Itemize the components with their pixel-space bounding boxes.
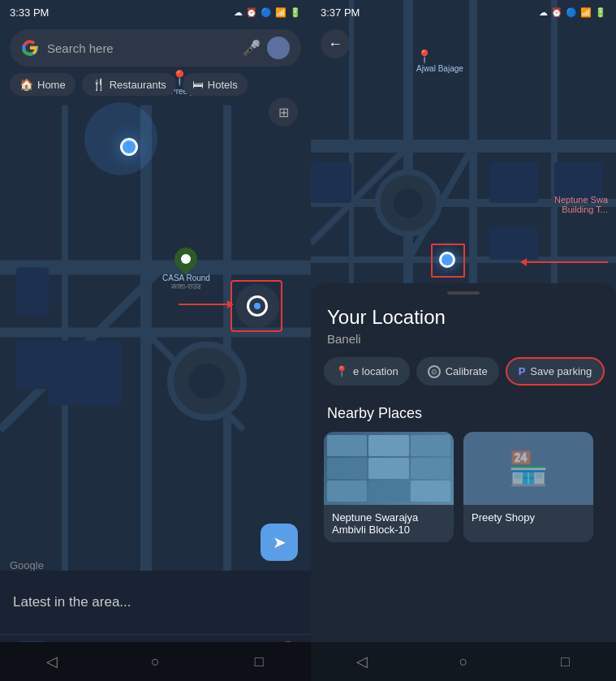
time-left: 3:33 PM <box>10 6 49 19</box>
nearby-places-title: Nearby Places <box>311 399 616 432</box>
hotels-chip-label: Hotels <box>208 79 238 91</box>
building-9 <box>411 481 450 502</box>
search-placeholder[interactable]: Search here <box>47 41 243 55</box>
building-2 <box>368 435 408 456</box>
casa-sub: काशा-राउंड <box>162 282 210 291</box>
hotels-chip[interactable]: 🛏 Hotels <box>183 73 248 96</box>
arrow-head-left <box>520 258 527 266</box>
cloud-icon-left: ☁ <box>234 7 243 18</box>
mic-icon[interactable]: 🎤 <box>243 39 261 57</box>
home-sys-btn-right[interactable]: ○ <box>447 645 480 678</box>
bottom-sheet: Your Location Baneli 📍 e location ⊙ Cali… <box>311 283 616 681</box>
google-logo <box>21 39 39 57</box>
wifi-icon: 📶 <box>275 7 286 18</box>
status-bar-left: 3:33 PM ☁ ⏰ 🔵 📶 🔋 <box>0 0 311 24</box>
location-pulse-left <box>84 102 157 175</box>
recents-sys-btn-right[interactable]: □ <box>549 645 581 678</box>
share-label: e location <box>353 365 398 377</box>
svg-rect-12 <box>16 341 49 390</box>
home-chip-icon: 🏠 <box>19 78 33 91</box>
arrow-head <box>227 300 234 308</box>
neptune-label: Neptune Swa Building T... <box>554 195 608 214</box>
recents-sys-btn-left[interactable]: □ <box>243 645 275 678</box>
battery-icon: 🔋 <box>290 7 301 18</box>
red-highlight-box-left <box>230 280 282 332</box>
parking-p-icon: P <box>519 365 526 377</box>
svg-rect-11 <box>16 268 49 317</box>
left-panel: 3:33 PM ☁ ⏰ 🔵 📶 🔋 Search here 🎤 🏠 Home 🍴 <box>0 0 311 681</box>
arrow-line-right <box>527 261 608 263</box>
casa-name: CASA Round <box>162 274 210 282</box>
preety-shopy-card[interactable]: 🏪 Preety Shopy <box>463 432 593 542</box>
layers-button[interactable]: ⊞ <box>269 97 298 127</box>
layers-icon: ⊞ <box>278 105 289 120</box>
back-sys-btn-right[interactable]: ◁ <box>346 645 378 678</box>
building-6 <box>411 458 450 479</box>
calibrate-icon: ⊙ <box>428 365 441 378</box>
calibrate-chip[interactable]: ⊙ Calibrate <box>416 357 499 386</box>
directions-button[interactable]: ➤ <box>261 524 298 561</box>
preety-card-name: Preety Shopy <box>463 505 593 530</box>
latest-area: Latest in the area... <box>0 571 311 634</box>
system-nav-left: ◁ ○ □ <box>0 642 311 681</box>
system-nav-right: ◁ ○ □ <box>311 642 616 681</box>
red-arrow-right <box>520 258 608 266</box>
home-chip[interactable]: 🏠 Home <box>10 73 75 96</box>
casa-label-left: CASA Round काशा-राउंड <box>162 248 210 291</box>
preety-card-image: 🏪 <box>463 432 593 505</box>
status-bar-right: 3:37 PM ☁ ⏰ 🔵 📶 🔋 <box>311 0 616 24</box>
building-3 <box>411 435 450 456</box>
battery-icon-right: 🔋 <box>595 7 606 18</box>
neptune-card-name: Neptune SwarajyaAmbivli Block-10 <box>324 505 454 542</box>
sheet-handle <box>447 291 480 295</box>
wifi-icon-right: 📶 <box>580 7 592 18</box>
building-1 <box>327 435 367 456</box>
building-4 <box>327 458 367 479</box>
right-panel: 3:37 PM ☁ ⏰ 🔵 📶 🔋 ← 📍 Ajwal Bajage Neptu… <box>311 0 616 681</box>
building-grid <box>324 432 454 505</box>
restaurants-chip-label: Restaurants <box>110 79 166 91</box>
svg-rect-10 <box>49 341 122 406</box>
action-chips: 📍 e location ⊙ Calibrate P Save parking <box>311 357 616 399</box>
bt-icon-right: 🔵 <box>566 7 577 18</box>
cloud-icon-right: ☁ <box>539 7 548 18</box>
building-7 <box>327 481 367 502</box>
restaurants-chip-icon: 🍴 <box>92 78 106 91</box>
search-bar[interactable]: Search here 🎤 <box>10 29 301 67</box>
share-location-chip[interactable]: 📍 e location <box>324 357 410 386</box>
bt-icon: 🔵 <box>261 7 272 18</box>
user-avatar[interactable] <box>267 37 290 59</box>
back-sys-btn-left[interactable]: ◁ <box>36 645 68 678</box>
preety-card-overlay: 🏪 <box>463 432 593 505</box>
filter-chips: 🏠 Home 🍴 Restaurants 🛏 Hotels <box>10 73 311 96</box>
directions-icon: ➤ <box>273 532 286 552</box>
hotels-chip-icon: 🛏 <box>192 78 204 91</box>
svg-rect-28 <box>311 162 351 203</box>
back-icon: ← <box>328 36 342 53</box>
svg-point-24 <box>394 188 423 218</box>
back-button[interactable]: ← <box>321 29 350 58</box>
location-dot-left <box>120 138 138 156</box>
neptune-card-image <box>324 432 454 505</box>
alarm-icon: ⏰ <box>246 7 257 18</box>
status-icons-right: ☁ ⏰ 🔵 📶 🔋 <box>539 7 606 18</box>
ajwal-label: Ajwal Bajage <box>416 64 463 74</box>
home-chip-label: Home <box>37 79 66 91</box>
red-arrow-left <box>179 300 234 308</box>
ajwal-pin-icon: 📍 <box>416 49 463 64</box>
neptune-card[interactable]: Neptune SwarajyaAmbivli Block-10 <box>324 432 454 542</box>
svg-rect-25 <box>489 162 538 203</box>
ajwal-pin: 📍 Ajwal Bajage <box>416 49 463 74</box>
restaurants-chip[interactable]: 🍴 Restaurants <box>82 73 176 96</box>
red-highlight-box-right <box>431 244 465 278</box>
building-5 <box>368 458 408 479</box>
svg-point-9 <box>189 364 225 399</box>
latest-text: Latest in the area... <box>13 594 131 610</box>
your-location-title: Your Location <box>311 306 616 332</box>
preety-card-icon: 🏪 <box>508 450 549 488</box>
alarm-icon-right: ⏰ <box>551 7 562 18</box>
save-parking-chip[interactable]: P Save parking <box>506 357 605 386</box>
home-sys-btn-left[interactable]: ○ <box>139 645 171 678</box>
building-8 <box>368 481 408 502</box>
status-icons-left: ☁ ⏰ 🔵 📶 🔋 <box>234 7 301 18</box>
